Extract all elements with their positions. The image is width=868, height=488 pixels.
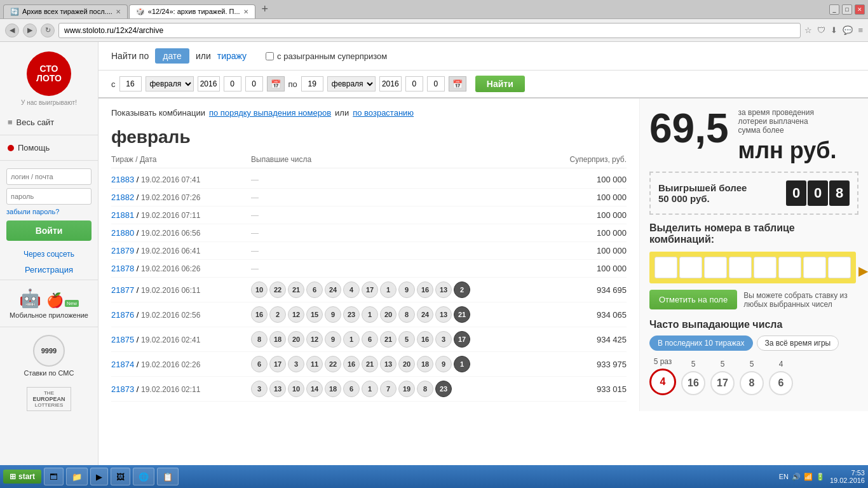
number-ball: 6 — [343, 381, 360, 397]
find-label: Найти по — [111, 51, 149, 61]
refresh-btn[interactable]: ↻ — [41, 24, 55, 37]
main-content: Найти по дате или тиражу с разыгранным с… — [98, 42, 868, 469]
menu-icon[interactable]: ≡ — [858, 25, 863, 35]
browser-icons: ☆ 🛡 ⬇ 💬 ≡ — [804, 25, 863, 35]
number-ball: 18 — [269, 331, 286, 348]
tirazh-link[interactable]: 21873 — [111, 384, 134, 394]
from-hour-input[interactable] — [224, 76, 241, 92]
counter-labels: Выигрышей более 50 000 руб. — [658, 182, 747, 204]
no-numbers: — — [251, 175, 259, 184]
close-btn[interactable]: ✕ — [855, 4, 865, 15]
maximize-btn[interactable]: □ — [842, 4, 852, 15]
taskbar-item-4[interactable]: 🖼 — [111, 468, 130, 469]
tirazh-date: 19.02.2016 02:56 — [141, 311, 200, 320]
row-numbers: 61731122162113201891 — [251, 356, 550, 372]
forgot-password-link[interactable]: забыли пароль? — [6, 208, 92, 215]
superpriz-checkbox[interactable] — [266, 52, 274, 60]
hl-input-3[interactable] — [704, 257, 727, 278]
to-day-input[interactable] — [301, 76, 323, 92]
tirazh-link[interactable]: тиражу — [217, 51, 247, 61]
from-month-select[interactable]: февраля — [146, 76, 194, 92]
hl-input-7[interactable] — [803, 257, 826, 278]
taskbar-item-6[interactable]: 📋 — [157, 468, 179, 469]
hl-input-5[interactable] — [754, 257, 776, 278]
tirazh-link[interactable]: 21882 — [111, 193, 134, 202]
sort-order-link[interactable]: по порядку выпадения номеров — [209, 108, 331, 118]
number-ball: 9 — [398, 281, 415, 298]
sort-asc-link[interactable]: по возрастанию — [353, 108, 414, 118]
table-row: 21878 / 19.02.2016 06:26—100 000 — [111, 260, 627, 278]
sort-label: Показывать комбинации — [111, 108, 205, 118]
sidebar-item-all[interactable]: ≡ Весь сайт — [0, 112, 98, 132]
tirazh-link[interactable]: 21876 — [111, 310, 134, 320]
minimize-btn[interactable]: _ — [829, 4, 839, 15]
to-min-input[interactable] — [427, 76, 445, 92]
taskbar-item-3[interactable]: ▶ — [90, 468, 108, 469]
to-month-select[interactable]: февраля — [327, 76, 376, 92]
tirazh-link[interactable]: 21883 — [111, 175, 134, 184]
right-panel: 69,5 за время проведения лотереи выплаче… — [639, 98, 868, 411]
freq-count: 5 раз — [649, 357, 676, 366]
freq-ball: 6 — [769, 371, 793, 395]
sidebar-item-help[interactable]: Помощь — [0, 138, 98, 158]
mark-button[interactable]: Отметить на поле — [649, 290, 737, 309]
from-calendar-btn[interactable]: 📅 — [267, 76, 285, 92]
star-icon[interactable]: ☆ — [804, 25, 812, 35]
from-day-input[interactable] — [119, 76, 142, 92]
freq-tab-all[interactable]: За всё время игры — [757, 336, 839, 351]
forward-btn[interactable]: ▶ — [23, 24, 37, 37]
to-calendar-btn[interactable]: 📅 — [449, 76, 466, 92]
tirazh-link[interactable]: 21878 — [111, 264, 134, 273]
hl-input-1[interactable] — [654, 257, 677, 278]
taskbar-item-1[interactable]: 🗔 — [44, 468, 64, 469]
taskbar-item-2[interactable]: 📁 — [66, 468, 88, 469]
from-year-input[interactable] — [198, 76, 220, 92]
url-input[interactable] — [58, 23, 801, 38]
row-numbers: — — [251, 229, 550, 238]
row-super: 934 695 — [550, 285, 627, 295]
number-ball: 17 — [454, 331, 470, 348]
tirazh-date: 19.02.2016 06:26 — [141, 264, 200, 273]
tab-close-2[interactable]: ✕ — [243, 8, 248, 15]
mobile-label[interactable]: Мобильное приложение — [3, 311, 95, 319]
register-link[interactable]: Регистрация — [0, 262, 98, 277]
hl-input-2[interactable] — [679, 257, 702, 278]
hl-input-6[interactable] — [778, 257, 801, 278]
tirazh-link[interactable]: 21877 — [111, 285, 134, 295]
tab-close-1[interactable]: ✕ — [116, 8, 121, 15]
row-numbers: 1022216244171916132 — [251, 281, 550, 298]
superpriz-label[interactable]: с разыгранным суперпризом — [277, 51, 387, 61]
from-min-input[interactable] — [245, 76, 263, 92]
password-input[interactable] — [6, 188, 92, 205]
date-tab-btn[interactable]: дате — [155, 48, 189, 64]
sms-label[interactable]: Ставки по СМС — [6, 369, 92, 377]
social-login-btn[interactable]: Через соцсеть — [0, 246, 98, 262]
tirazh-link[interactable]: 21874 — [111, 360, 134, 369]
superpriz-checkbox-area: с разыгранным суперпризом — [266, 51, 387, 61]
tirazh-link[interactable]: 21875 — [111, 335, 134, 344]
login-button[interactable]: Войти — [6, 220, 92, 241]
tirazh-link[interactable]: 21880 — [111, 228, 134, 238]
row-super: 934 425 — [550, 335, 627, 344]
taskbar-item-5[interactable]: 🌐 — [133, 468, 154, 469]
speech-icon[interactable]: 💬 — [843, 25, 853, 35]
freq-tab-recent[interactable]: В последних 10 тиражах — [649, 336, 753, 351]
tirazh-link[interactable]: 21881 — [111, 210, 134, 220]
to-year-input[interactable] — [379, 76, 402, 92]
no-numbers: — — [251, 264, 259, 273]
download-icon[interactable]: ⬇ — [831, 25, 837, 35]
new-tab-btn[interactable]: + — [257, 0, 274, 18]
tab-archive-all[interactable]: 🔄 Архив всех тиражей посл.... ✕ — [3, 4, 128, 18]
tirazh-link[interactable]: 21879 — [111, 246, 134, 255]
find-button[interactable]: Найти — [475, 76, 525, 92]
hl-input-8[interactable] — [828, 257, 851, 278]
back-btn[interactable]: ◀ — [5, 24, 19, 37]
highlight-title: Выделить номера в таблице комбинаций: — [649, 222, 858, 245]
hl-input-4[interactable] — [729, 257, 752, 278]
to-hour-input[interactable] — [405, 76, 423, 92]
tab-12x24[interactable]: 🎲 «12/24»: архив тиражей. П... ✕ — [129, 4, 255, 18]
row-super: 100 000 — [550, 228, 627, 238]
taskbar: ⊞ start 🗔 📁 ▶ 🖼 🌐 📋 EN 🔊 📶 🔋 7:53 19.02.… — [0, 465, 868, 469]
logo[interactable]: СТОЛОТО — [27, 51, 71, 96]
login-input[interactable] — [6, 168, 92, 185]
